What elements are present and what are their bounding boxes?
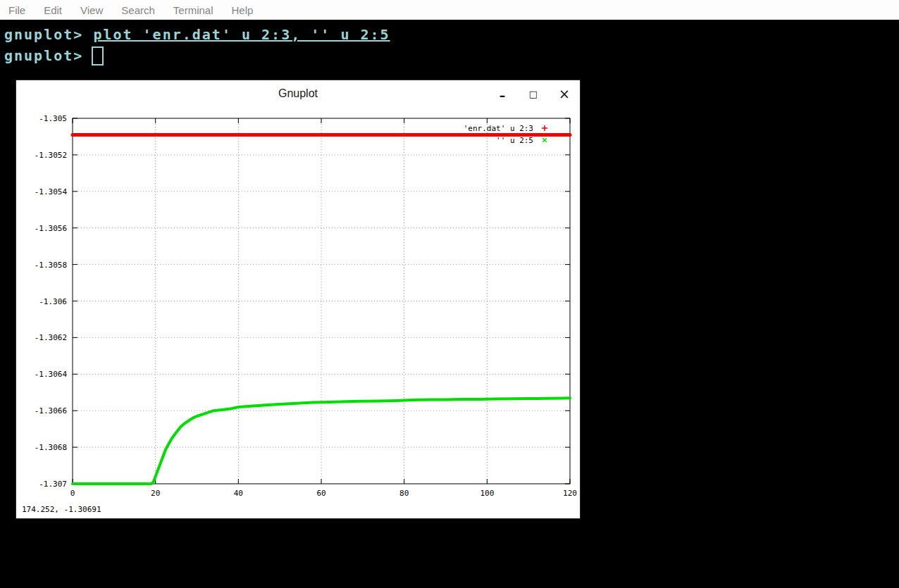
svg-text:40: 40 — [234, 489, 243, 498]
svg-text:0: 0 — [70, 489, 75, 498]
svg-text:-1.3052: -1.3052 — [35, 151, 67, 160]
svg-text:'enr.dat' u 2:3: 'enr.dat' u 2:3 — [464, 124, 533, 133]
svg-text:-1.3058: -1.3058 — [35, 261, 67, 270]
svg-text:-1.306: -1.306 — [39, 297, 67, 306]
svg-text:-1.3054: -1.3054 — [35, 187, 68, 196]
gnuplot-window: Gnuplot – □ × 020406080100120-1.305-1.30… — [16, 80, 581, 519]
svg-text:-1.305: -1.305 — [39, 114, 67, 123]
spacer — [83, 26, 93, 43]
svg-text:120: 120 — [563, 489, 577, 498]
close-icon[interactable]: × — [559, 86, 570, 101]
svg-text:-1.3066: -1.3066 — [35, 406, 67, 415]
gnuplot-prompt: gnuplot> — [4, 26, 83, 43]
window-controls: – □ × — [497, 80, 570, 107]
svg-text:-1.3068: -1.3068 — [35, 443, 67, 452]
terminal-line-history: gnuplot> plot 'enr.dat' u 2:3, '' u 2:5 — [4, 24, 899, 45]
gnuplot-command: plot 'enr.dat' u 2:3, '' u 2:5 — [93, 26, 390, 43]
svg-text:-1.3064: -1.3064 — [35, 370, 68, 379]
mouse-coordinate-readout: 174.252, -1.30691 — [22, 505, 101, 514]
svg-text:20: 20 — [151, 489, 160, 498]
menu-item-search[interactable]: Search — [121, 4, 155, 16]
menu-item-view[interactable]: View — [80, 4, 103, 16]
gnuplot-canvas[interactable]: 020406080100120-1.305-1.3052-1.3054-1.30… — [16, 107, 580, 518]
gnuplot-prompt: gnuplot> — [4, 47, 83, 64]
menu-item-file[interactable]: File — [8, 4, 25, 16]
terminal-input-line[interactable]: gnuplot> — [4, 45, 899, 66]
menu-item-edit[interactable]: Edit — [44, 4, 62, 16]
window-title: Gnuplot — [16, 80, 580, 107]
terminal[interactable]: gnuplot> plot 'enr.dat' u 2:3, '' u 2:5 … — [0, 20, 899, 66]
terminal-cursor[interactable] — [92, 46, 104, 65]
gnuplot-titlebar[interactable]: Gnuplot – □ × — [16, 80, 580, 108]
svg-text:'' u 2:5: '' u 2:5 — [496, 136, 533, 145]
svg-text:-1.3062: -1.3062 — [35, 333, 67, 342]
minimize-icon[interactable]: – — [497, 89, 508, 103]
svg-text:80: 80 — [399, 489, 409, 498]
svg-text:-1.3056: -1.3056 — [35, 224, 67, 233]
menu-bar: FileEditViewSearchTerminalHelp — [0, 0, 899, 20]
svg-text:100: 100 — [480, 489, 494, 498]
menu-item-help[interactable]: Help — [232, 4, 254, 16]
menu-item-terminal[interactable]: Terminal — [173, 4, 213, 16]
maximize-icon[interactable]: □ — [528, 89, 539, 99]
svg-text:60: 60 — [316, 489, 326, 498]
gnuplot-chart[interactable]: 020406080100120-1.305-1.3052-1.3054-1.30… — [16, 107, 580, 518]
svg-text:-1.307: -1.307 — [39, 480, 67, 489]
